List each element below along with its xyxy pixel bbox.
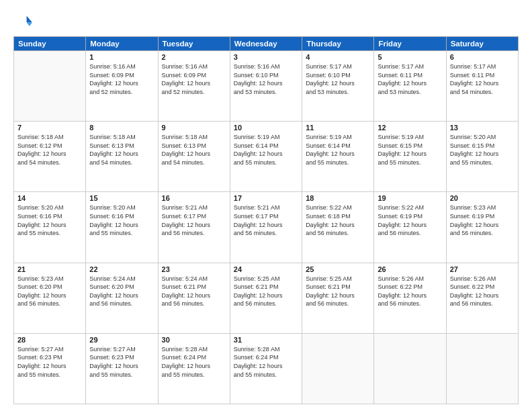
calendar-cell: 21Sunrise: 5:23 AM Sunset: 6:20 PM Dayli… — [14, 263, 86, 333]
day-info: Sunrise: 5:19 AM Sunset: 6:15 PM Dayligh… — [378, 133, 442, 167]
day-info: Sunrise: 5:20 AM Sunset: 6:16 PM Dayligh… — [89, 203, 154, 237]
day-number: 11 — [306, 124, 370, 132]
day-info: Sunrise: 5:19 AM Sunset: 6:14 PM Dayligh… — [306, 133, 370, 167]
calendar-header-wednesday: Wednesday — [230, 37, 302, 51]
calendar-cell: 28Sunrise: 5:27 AM Sunset: 6:23 PM Dayli… — [14, 333, 86, 404]
day-info: Sunrise: 5:27 AM Sunset: 6:23 PM Dayligh… — [89, 345, 154, 379]
day-info: Sunrise: 5:17 AM Sunset: 6:11 PM Dayligh… — [378, 62, 442, 96]
calendar-header-thursday: Thursday — [302, 37, 374, 51]
day-number: 30 — [162, 336, 226, 344]
week-row-3: 21Sunrise: 5:23 AM Sunset: 6:20 PM Dayli… — [14, 263, 519, 333]
day-info: Sunrise: 5:19 AM Sunset: 6:14 PM Dayligh… — [234, 133, 298, 167]
calendar-cell: 7Sunrise: 5:18 AM Sunset: 6:12 PM Daylig… — [14, 122, 86, 192]
day-number: 5 — [378, 53, 442, 61]
logo-icon — [13, 12, 32, 31]
day-number: 26 — [378, 265, 442, 273]
calendar-header-friday: Friday — [374, 37, 446, 51]
day-number: 4 — [306, 53, 370, 61]
day-number: 18 — [306, 194, 370, 202]
day-number: 28 — [17, 336, 82, 344]
day-number: 6 — [450, 53, 515, 61]
calendar-cell: 9Sunrise: 5:18 AM Sunset: 6:13 PM Daylig… — [158, 122, 230, 192]
calendar-cell: 14Sunrise: 5:20 AM Sunset: 6:16 PM Dayli… — [14, 192, 86, 263]
day-number: 16 — [162, 194, 226, 202]
day-info: Sunrise: 5:26 AM Sunset: 6:22 PM Dayligh… — [450, 275, 515, 308]
day-number: 3 — [234, 53, 298, 61]
page: SundayMondayTuesdayWednesdayThursdayFrid… — [0, 0, 532, 411]
calendar-cell — [14, 51, 86, 122]
day-number: 15 — [89, 194, 154, 202]
day-info: Sunrise: 5:18 AM Sunset: 6:13 PM Dayligh… — [162, 133, 226, 167]
day-number: 25 — [306, 265, 370, 273]
day-number: 12 — [378, 124, 442, 132]
day-info: Sunrise: 5:28 AM Sunset: 6:24 PM Dayligh… — [234, 345, 298, 379]
day-info: Sunrise: 5:17 AM Sunset: 6:10 PM Dayligh… — [306, 62, 370, 96]
day-number: 23 — [162, 265, 226, 273]
day-number: 7 — [17, 124, 82, 132]
day-number: 22 — [89, 265, 154, 273]
calendar-cell: 15Sunrise: 5:20 AM Sunset: 6:16 PM Dayli… — [86, 192, 158, 263]
calendar-cell — [446, 333, 518, 404]
day-info: Sunrise: 5:16 AM Sunset: 6:10 PM Dayligh… — [234, 62, 298, 96]
calendar-cell: 29Sunrise: 5:27 AM Sunset: 6:23 PM Dayli… — [86, 333, 158, 404]
calendar-cell — [374, 333, 446, 404]
calendar-cell: 4Sunrise: 5:17 AM Sunset: 6:10 PM Daylig… — [302, 51, 374, 122]
calendar-cell: 22Sunrise: 5:24 AM Sunset: 6:20 PM Dayli… — [86, 263, 158, 333]
day-number: 14 — [17, 194, 82, 202]
day-info: Sunrise: 5:27 AM Sunset: 6:23 PM Dayligh… — [17, 345, 82, 379]
day-info: Sunrise: 5:22 AM Sunset: 6:18 PM Dayligh… — [306, 203, 370, 237]
day-info: Sunrise: 5:23 AM Sunset: 6:19 PM Dayligh… — [450, 203, 515, 237]
calendar-cell: 5Sunrise: 5:17 AM Sunset: 6:11 PM Daylig… — [374, 51, 446, 122]
week-row-4: 28Sunrise: 5:27 AM Sunset: 6:23 PM Dayli… — [14, 333, 519, 404]
day-number: 27 — [450, 265, 515, 273]
day-number: 20 — [450, 194, 515, 202]
day-number: 17 — [234, 194, 298, 202]
day-number: 10 — [234, 124, 298, 132]
day-number: 2 — [162, 53, 226, 61]
day-number: 24 — [234, 265, 298, 273]
calendar-cell: 27Sunrise: 5:26 AM Sunset: 6:22 PM Dayli… — [446, 263, 518, 333]
calendar-cell: 23Sunrise: 5:24 AM Sunset: 6:21 PM Dayli… — [158, 263, 230, 333]
calendar-cell: 18Sunrise: 5:22 AM Sunset: 6:18 PM Dayli… — [302, 192, 374, 263]
calendar-cell: 10Sunrise: 5:19 AM Sunset: 6:14 PM Dayli… — [230, 122, 302, 192]
calendar-cell: 17Sunrise: 5:21 AM Sunset: 6:17 PM Dayli… — [230, 192, 302, 263]
calendar-cell: 16Sunrise: 5:21 AM Sunset: 6:17 PM Dayli… — [158, 192, 230, 263]
svg-marker-0 — [27, 16, 32, 23]
calendar-cell: 11Sunrise: 5:19 AM Sunset: 6:14 PM Dayli… — [302, 122, 374, 192]
calendar-cell: 12Sunrise: 5:19 AM Sunset: 6:15 PM Dayli… — [374, 122, 446, 192]
day-info: Sunrise: 5:24 AM Sunset: 6:21 PM Dayligh… — [162, 275, 226, 308]
day-number: 13 — [450, 124, 515, 132]
calendar-header-row: SundayMondayTuesdayWednesdayThursdayFrid… — [14, 37, 519, 51]
day-info: Sunrise: 5:21 AM Sunset: 6:17 PM Dayligh… — [162, 203, 226, 237]
day-number: 21 — [17, 265, 82, 273]
calendar-cell: 2Sunrise: 5:16 AM Sunset: 6:09 PM Daylig… — [158, 51, 230, 122]
day-info: Sunrise: 5:17 AM Sunset: 6:11 PM Dayligh… — [450, 62, 515, 96]
day-info: Sunrise: 5:24 AM Sunset: 6:20 PM Dayligh… — [89, 275, 154, 308]
day-info: Sunrise: 5:28 AM Sunset: 6:24 PM Dayligh… — [162, 345, 226, 379]
day-info: Sunrise: 5:26 AM Sunset: 6:22 PM Dayligh… — [378, 275, 442, 308]
day-number: 31 — [234, 336, 298, 344]
calendar-body: 1Sunrise: 5:16 AM Sunset: 6:09 PM Daylig… — [14, 51, 519, 404]
week-row-1: 7Sunrise: 5:18 AM Sunset: 6:12 PM Daylig… — [14, 122, 519, 192]
day-number: 9 — [162, 124, 226, 132]
header — [13, 12, 519, 31]
svg-marker-1 — [27, 22, 32, 26]
day-info: Sunrise: 5:21 AM Sunset: 6:17 PM Dayligh… — [234, 203, 298, 237]
calendar-cell: 24Sunrise: 5:25 AM Sunset: 6:21 PM Dayli… — [230, 263, 302, 333]
day-number: 1 — [89, 53, 154, 61]
day-number: 8 — [89, 124, 154, 132]
day-info: Sunrise: 5:23 AM Sunset: 6:20 PM Dayligh… — [17, 275, 82, 308]
day-info: Sunrise: 5:16 AM Sunset: 6:09 PM Dayligh… — [162, 62, 226, 96]
day-info: Sunrise: 5:18 AM Sunset: 6:12 PM Dayligh… — [17, 133, 82, 167]
logo — [13, 12, 35, 31]
calendar-cell: 19Sunrise: 5:22 AM Sunset: 6:19 PM Dayli… — [374, 192, 446, 263]
calendar-header-monday: Monday — [86, 37, 158, 51]
calendar-header-tuesday: Tuesday — [158, 37, 230, 51]
calendar-cell: 26Sunrise: 5:26 AM Sunset: 6:22 PM Dayli… — [374, 263, 446, 333]
calendar-cell: 6Sunrise: 5:17 AM Sunset: 6:11 PM Daylig… — [446, 51, 518, 122]
day-info: Sunrise: 5:25 AM Sunset: 6:21 PM Dayligh… — [306, 275, 370, 308]
calendar-cell: 25Sunrise: 5:25 AM Sunset: 6:21 PM Dayli… — [302, 263, 374, 333]
calendar-cell: 13Sunrise: 5:20 AM Sunset: 6:15 PM Dayli… — [446, 122, 518, 192]
day-info: Sunrise: 5:25 AM Sunset: 6:21 PM Dayligh… — [234, 275, 298, 308]
calendar-header-saturday: Saturday — [446, 37, 518, 51]
